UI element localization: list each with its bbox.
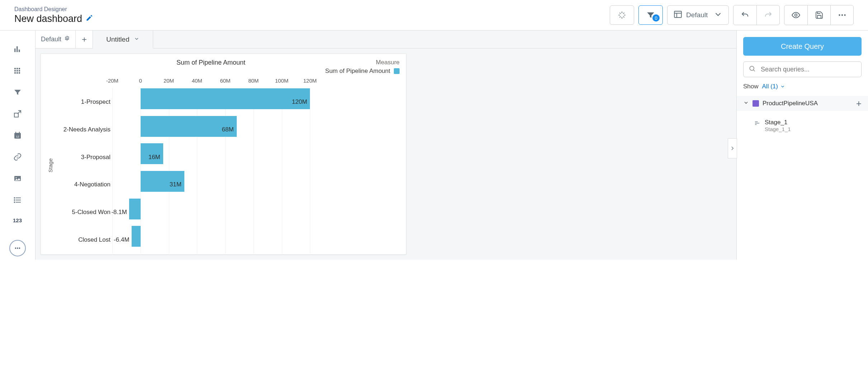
dataset-name: ProductPipelineUSA — [763, 100, 853, 107]
search-field[interactable] — [760, 65, 856, 74]
svg-rect-23 — [19, 132, 20, 134]
show-filter-dropdown[interactable]: All (1) — [762, 83, 785, 90]
category-label: 3-Proposal — [55, 154, 110, 161]
layout-dropdown[interactable]: Default — [667, 5, 729, 25]
more-widgets-button[interactable] — [9, 240, 26, 256]
bar-value-label: -8.1M — [111, 209, 129, 216]
designer-breadcrumb: Dashboard Designer — [14, 6, 93, 13]
page-tab-label: Untitled — [106, 36, 129, 43]
gear-icon — [64, 36, 70, 43]
show-filter-row: Show All (1) — [743, 83, 862, 90]
svg-rect-17 — [16, 72, 18, 74]
redo-button[interactable] — [756, 5, 779, 25]
filter-button[interactable]: 0 — [638, 5, 663, 25]
x-tick: -20M — [106, 78, 118, 84]
bar-row: 1-Prospect120M — [55, 88, 317, 116]
svg-point-32 — [14, 202, 15, 203]
header-actions: 0 Default — [610, 5, 854, 25]
search-queries-input[interactable] — [743, 61, 862, 77]
create-query-label: Create Query — [781, 42, 824, 51]
chevron-down-icon — [134, 36, 140, 43]
save-button[interactable] — [807, 5, 830, 25]
filter-count-badge: 0 — [652, 14, 660, 22]
layout-tab[interactable]: Default — [36, 31, 76, 48]
filter-widget-icon[interactable] — [13, 88, 22, 97]
query-item[interactable]: Stage_1 Stage_1_1 — [743, 117, 862, 132]
svg-point-36 — [66, 38, 68, 39]
search-icon — [749, 65, 756, 74]
app-header: Dashboard Designer New dashboard 0 Defau… — [0, 0, 868, 31]
category-label: 1-Prospect — [55, 98, 110, 106]
layout-tab-label: Default — [41, 36, 61, 43]
bar-row: 5-Closed Won-8.1M — [55, 199, 317, 226]
image-widget-icon[interactable] — [13, 174, 22, 183]
canvas-tabs: Default Untitled — [36, 31, 736, 48]
svg-rect-16 — [14, 72, 16, 74]
dashboard-title: New dashboard — [14, 13, 82, 24]
svg-point-30 — [14, 198, 15, 198]
x-tick: 40M — [192, 78, 202, 84]
x-tick: 20M — [164, 78, 174, 84]
container-widget-icon[interactable] — [13, 110, 22, 118]
bar[interactable] — [129, 199, 141, 219]
chart-widget-icon[interactable] — [13, 45, 22, 54]
legend-text: Sum of Pipeline Amount — [325, 68, 390, 75]
date-widget-icon[interactable]: 12 — [13, 131, 22, 140]
svg-point-34 — [17, 247, 18, 249]
svg-point-5 — [841, 14, 843, 16]
x-axis: -20M020M40M60M80M100M120M — [112, 78, 317, 85]
category-label: Closed Lost — [55, 236, 110, 243]
svg-line-40 — [754, 70, 755, 71]
svg-point-26 — [15, 177, 16, 178]
layout-label: Default — [686, 11, 708, 19]
page-tab[interactable]: Untitled — [93, 31, 153, 48]
bar-value-label: 120M — [292, 98, 310, 106]
dataset-row[interactable]: ProductPipelineUSA + — [737, 96, 868, 111]
bar-value-label: 31M — [170, 181, 184, 188]
chart-widget[interactable]: Sum of Pipeline Amount Measure Sum of Pi… — [41, 54, 406, 255]
bar-value-label: 68M — [222, 126, 236, 133]
x-tick: 120M — [303, 78, 317, 84]
preview-button[interactable] — [784, 5, 807, 25]
bar-row: 4-Negotiation31M — [55, 171, 317, 199]
svg-rect-9 — [19, 50, 20, 52]
dataset-icon — [753, 100, 759, 107]
link-widget-icon[interactable] — [13, 153, 22, 161]
bar[interactable] — [132, 226, 141, 247]
bar-row: 3-Proposal16M — [55, 143, 317, 171]
svg-rect-12 — [19, 68, 20, 69]
svg-point-31 — [14, 200, 15, 200]
chart-title: Sum of Pipeline Amount — [101, 59, 321, 66]
title-block: Dashboard Designer New dashboard — [14, 6, 93, 24]
undo-button[interactable] — [733, 5, 756, 25]
svg-rect-15 — [19, 70, 20, 71]
add-query-icon[interactable]: + — [856, 98, 862, 109]
category-label: 4-Negotiation — [55, 181, 110, 188]
svg-rect-18 — [19, 72, 20, 74]
show-filter-value: All (1) — [762, 83, 778, 90]
list-widget-icon[interactable] — [13, 196, 22, 204]
svg-rect-7 — [14, 48, 16, 52]
edit-title-icon[interactable] — [86, 14, 93, 23]
measure-label: Measure — [321, 59, 400, 66]
collapse-panel-handle[interactable] — [728, 138, 737, 158]
legend-swatch — [394, 68, 400, 74]
bar-value-label: -6.4M — [114, 236, 131, 243]
svg-rect-14 — [16, 70, 18, 71]
widget-toolbox: 12 123 — [0, 31, 35, 390]
add-layout-tab[interactable] — [76, 31, 93, 48]
bar[interactable] — [141, 88, 310, 109]
svg-rect-22 — [15, 132, 16, 134]
x-tick: 80M — [248, 78, 259, 84]
sparkle-button[interactable] — [610, 5, 634, 25]
chart-legend: Sum of Pipeline Amount — [321, 68, 400, 75]
query-name: Stage_1 — [765, 119, 791, 126]
bar-row: Closed Lost-6.4M — [55, 226, 317, 254]
more-actions-button[interactable] — [830, 5, 853, 25]
svg-rect-10 — [14, 68, 16, 69]
svg-rect-0 — [674, 11, 681, 17]
table-widget-icon[interactable] — [13, 66, 22, 75]
svg-rect-11 — [16, 68, 18, 69]
number-widget-icon[interactable]: 123 — [13, 217, 22, 223]
create-query-button[interactable]: Create Query — [743, 37, 862, 56]
